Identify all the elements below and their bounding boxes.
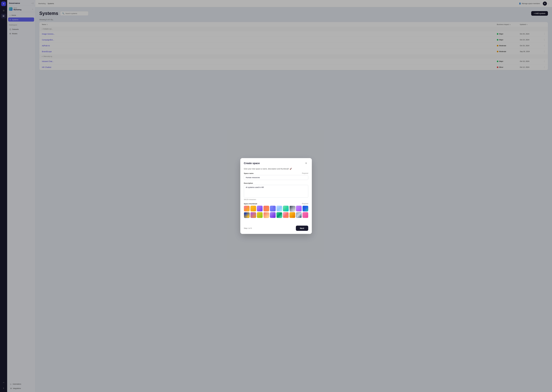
description-group: Description AI systems used in HR 39/120… <box>244 182 308 201</box>
thumbnail-option-2[interactable] <box>250 206 256 211</box>
modal-title: Create space <box>244 162 260 165</box>
thumbnail-option-1[interactable] <box>244 206 250 211</box>
thumbnail-option-4[interactable] <box>263 206 269 211</box>
thumbnail-option-7[interactable] <box>283 206 289 211</box>
thumbnail-label: Space thumbnail <box>244 203 257 205</box>
create-space-modal: Create space ✕ Give your new space a nam… <box>240 158 312 234</box>
modal-close-button[interactable]: ✕ <box>304 161 308 165</box>
thumbnail-section: Space thumbnail Required ✓ <box>244 203 308 218</box>
char-count: 39/120 characters <box>244 199 308 201</box>
thumbnail-grid: ✓ <box>244 206 308 218</box>
thumbnail-option-13[interactable] <box>257 212 263 218</box>
thumbnail-check-icon: ✓ <box>273 206 275 208</box>
space-name-required: Required <box>302 172 308 174</box>
modal-overlay[interactable]: Create space ✕ Give your new space a nam… <box>0 0 552 392</box>
modal-subtitle: Give your new space a name, description … <box>244 168 308 170</box>
thumbnail-option-19[interactable] <box>296 212 302 218</box>
space-name-label: Space name <box>244 172 254 174</box>
thumbnail-option-12[interactable] <box>250 212 256 218</box>
thumbnail-option-3[interactable] <box>257 206 263 211</box>
thumbnail-option-6[interactable] <box>276 206 282 211</box>
space-name-input[interactable] <box>244 175 308 180</box>
thumbnail-option-18[interactable] <box>290 212 295 218</box>
thumbnail-option-8[interactable] <box>290 206 295 211</box>
thumbnail-option-5[interactable]: ✓ <box>270 206 276 211</box>
thumbnail-option-14[interactable] <box>263 212 269 218</box>
modal-footer: Step 1 of 3 Next <box>240 224 312 234</box>
thumbnail-option-15[interactable] <box>270 212 276 218</box>
thumbnail-option-10[interactable] <box>303 206 308 211</box>
description-label: Description <box>244 182 253 184</box>
thumbnail-option-17[interactable] <box>283 212 289 218</box>
thumbnail-option-11[interactable] <box>244 212 250 218</box>
description-input[interactable]: AI systems used in HR <box>244 185 308 198</box>
space-name-group: Space name Required <box>244 172 308 180</box>
thumbnail-option-16[interactable] <box>276 212 282 218</box>
step-label: Step 1 of 3 <box>244 227 252 229</box>
modal-body: Give your new space a name, description … <box>240 167 312 224</box>
thumbnail-option-9[interactable] <box>296 206 302 211</box>
modal-header: Create space ✕ <box>240 158 312 167</box>
next-button[interactable]: Next <box>296 226 308 231</box>
thumbnail-required: Required <box>302 203 308 205</box>
thumbnail-option-20[interactable] <box>303 212 308 218</box>
modal-subtitle-text: Give your new space a name, description … <box>244 168 289 170</box>
modal-subtitle-emoji: 🚀 <box>290 168 292 170</box>
